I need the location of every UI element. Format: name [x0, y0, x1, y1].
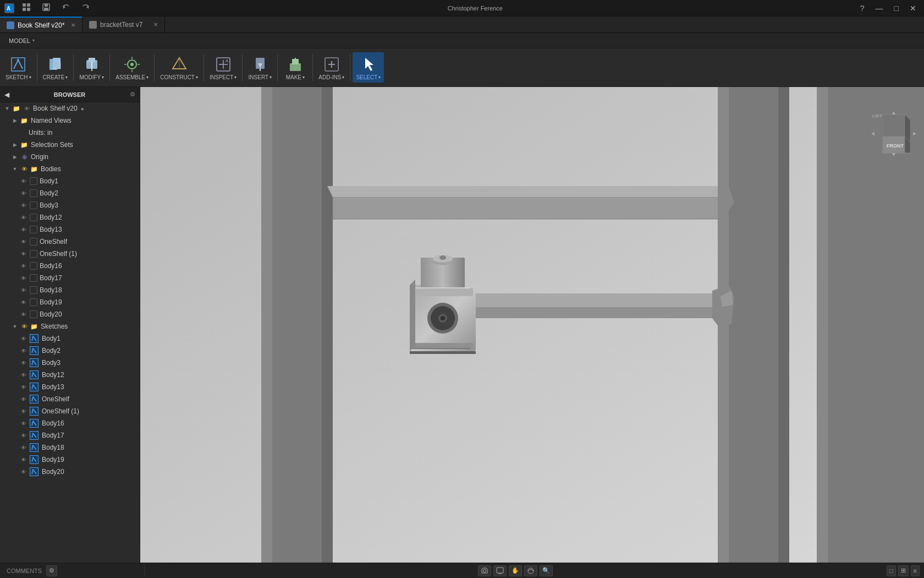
tree-selection-sets[interactable]: ▶ 📁 Selection Sets: [0, 139, 140, 151]
tree-body19[interactable]: 👁 Body19: [0, 296, 140, 308]
body17-check[interactable]: [30, 274, 37, 282]
body12-check[interactable]: [30, 214, 37, 221]
grid-button[interactable]: ⊞: [898, 565, 909, 576]
body16-check[interactable]: [30, 262, 37, 270]
orbit-button[interactable]: [524, 565, 537, 576]
browser-settings-button[interactable]: ⚙: [130, 91, 135, 98]
sketch1-eye[interactable]: 👁: [20, 335, 28, 342]
selection-sets-toggle[interactable]: ▶: [11, 141, 19, 149]
viewport[interactable]: FRONT LIST: [140, 87, 924, 563]
toolbar-select[interactable]: SELECT▾: [353, 52, 384, 83]
tree-sketch2[interactable]: 👁 Body2: [0, 345, 140, 357]
bodies-eye-icon[interactable]: 👁: [20, 165, 29, 173]
tree-sketch1[interactable]: 👁 Body1: [0, 332, 140, 345]
toolbar-create[interactable]: CREATE▾: [40, 52, 72, 83]
body20-eye[interactable]: 👁: [20, 310, 28, 318]
tree-sketch5[interactable]: 👁 Body13: [0, 381, 140, 393]
tab-bookshelf[interactable]: Book Shelf v20* ✕: [0, 17, 82, 32]
zoom-button[interactable]: 🔍: [540, 565, 553, 576]
tree-body2[interactable]: 👁 Body2: [0, 187, 140, 199]
sketch5-eye[interactable]: 👁: [20, 383, 28, 391]
sketches-toggle[interactable]: ▼: [11, 323, 19, 330]
tree-bodies[interactable]: ▼ 👁 📁 Bodies: [0, 163, 140, 175]
sketch12-eye[interactable]: 👁: [20, 468, 28, 476]
named-views-toggle[interactable]: ▶: [11, 117, 19, 124]
tree-body18[interactable]: 👁 Body18: [0, 284, 140, 296]
tree-sketch9[interactable]: 👁 Body17: [0, 429, 140, 441]
oneshelf-eye[interactable]: 👁: [20, 238, 28, 246]
tree-body16[interactable]: 👁 Body16: [0, 260, 140, 272]
comments-settings[interactable]: ⚙: [46, 565, 57, 576]
sketch8-eye[interactable]: 👁: [20, 419, 28, 427]
pan-button[interactable]: ✋: [509, 565, 522, 576]
body1-eye[interactable]: 👁: [20, 177, 28, 185]
sketch4-eye[interactable]: 👁: [20, 371, 28, 379]
root-eye-icon[interactable]: 👁: [23, 105, 31, 112]
sketch7-eye[interactable]: 👁: [20, 407, 28, 415]
redo-button[interactable]: [78, 2, 94, 14]
tree-oneshelf[interactable]: 👁 OneShelf: [0, 236, 140, 248]
tree-body20[interactable]: 👁 Body20: [0, 308, 140, 320]
browser-collapse-button[interactable]: ◀: [4, 91, 9, 99]
sketches-eye-icon[interactable]: 👁: [20, 322, 29, 331]
toolbar-add-ins[interactable]: ADD-INS▾: [315, 52, 348, 83]
body17-eye[interactable]: 👁: [20, 274, 28, 282]
tab-brackettest-close[interactable]: ✕: [153, 21, 158, 28]
body18-eye[interactable]: 👁: [20, 286, 28, 294]
tree-sketch8[interactable]: 👁 Body16: [0, 417, 140, 429]
tree-sketch3[interactable]: 👁 Body3: [0, 357, 140, 369]
body16-eye[interactable]: 👁: [20, 262, 28, 270]
root-toggle[interactable]: ▼: [3, 105, 11, 112]
body18-check[interactable]: [30, 286, 37, 294]
apps-icon[interactable]: [19, 2, 34, 14]
sketch3-eye[interactable]: 👁: [20, 359, 28, 367]
body13-eye[interactable]: 👁: [20, 226, 28, 233]
body3-check[interactable]: [30, 201, 37, 209]
tree-sketch11[interactable]: 👁 Body19: [0, 454, 140, 466]
body1-check[interactable]: [30, 177, 37, 185]
tree-sketch10[interactable]: 👁 Body18: [0, 441, 140, 454]
tree-sketch7[interactable]: 👁 OneShelf (1): [0, 405, 140, 417]
sketch11-eye[interactable]: 👁: [20, 456, 28, 464]
toolbar-assemble[interactable]: ASSEMBLE▾: [112, 52, 152, 83]
oneshelf1-check[interactable]: [30, 250, 37, 258]
help-button[interactable]: ?: [857, 3, 868, 14]
tree-body13[interactable]: 👁 Body13: [0, 223, 140, 236]
minimize-button[interactable]: —: [872, 3, 887, 14]
settings-button[interactable]: ≡: [911, 565, 920, 576]
undo-button[interactable]: [58, 2, 74, 14]
bodies-toggle[interactable]: ▼: [11, 165, 19, 173]
toolbar-modify[interactable]: MODIFY▾: [76, 52, 107, 83]
tree-body3[interactable]: 👁 Body3: [0, 199, 140, 211]
tab-brackettest[interactable]: bracketTest v7 ✕: [82, 17, 165, 32]
toolbar-make[interactable]: MAKE▾: [280, 52, 310, 83]
close-button[interactable]: ✕: [906, 3, 920, 14]
body20-check[interactable]: [30, 310, 37, 318]
body12-eye[interactable]: 👁: [20, 214, 28, 221]
toolbar-construct[interactable]: CONSTRUCT▾: [157, 52, 201, 83]
body19-eye[interactable]: 👁: [20, 298, 28, 306]
sketch10-eye[interactable]: 👁: [20, 444, 28, 451]
tab-bookshelf-close[interactable]: ✕: [71, 22, 75, 28]
toolbar-insert[interactable]: INSERT▾: [245, 52, 275, 83]
sketch6-eye[interactable]: 👁: [20, 395, 28, 403]
model-selector[interactable]: MODEL ▾: [4, 36, 39, 45]
tree-oneshelf1[interactable]: 👁 OneShelf (1): [0, 248, 140, 260]
tree-units[interactable]: Units: in: [0, 127, 140, 139]
view-mode-button[interactable]: □: [887, 565, 896, 576]
tree-root[interactable]: ▼ 📁 👁 Book Shelf v20 ●: [0, 102, 140, 114]
oneshelf1-eye[interactable]: 👁: [20, 250, 28, 258]
body3-eye[interactable]: 👁: [20, 201, 28, 209]
tree-sketch12[interactable]: 👁 Body20: [0, 466, 140, 478]
origin-toggle[interactable]: ▶: [11, 153, 19, 161]
body19-check[interactable]: [30, 298, 37, 306]
tree-body17[interactable]: 👁 Body17: [0, 272, 140, 284]
tree-body12[interactable]: 👁 Body12: [0, 211, 140, 223]
tree-origin[interactable]: ▶ ⊕ Origin: [0, 151, 140, 163]
tree-named-views[interactable]: ▶ 📁 Named Views: [0, 114, 140, 127]
maximize-button[interactable]: □: [891, 3, 902, 14]
camera-button[interactable]: [478, 565, 491, 576]
display-button[interactable]: [493, 565, 507, 576]
tree-sketches[interactable]: ▼ 👁 📁 Sketches: [0, 320, 140, 332]
tree-body1[interactable]: 👁 Body1: [0, 175, 140, 187]
